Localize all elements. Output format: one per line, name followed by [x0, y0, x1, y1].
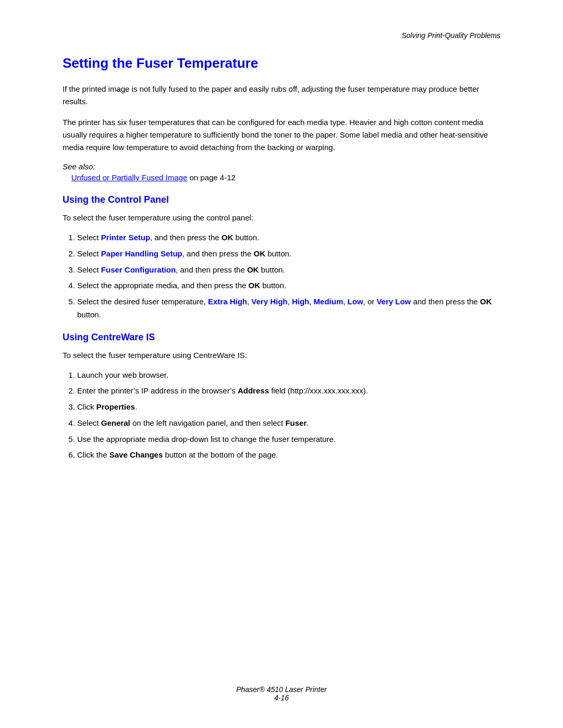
s1-step5-very-high: Very High	[251, 297, 287, 306]
s1-step1-part2: , and then press the	[150, 233, 222, 242]
s1-step3-fuser-config: Fuser Configuration	[101, 265, 176, 274]
s1-step5-ok: OK	[480, 297, 492, 306]
s1-step3-part2: , and then press the	[176, 265, 247, 274]
s1-step2-paper-handling: Paper Handling Setup	[101, 249, 182, 258]
footer: Phaser® 4510 Laser Printer 4-16	[0, 685, 563, 702]
section2-step-3: Click Properties.	[77, 401, 500, 414]
s2-step4-general: General	[101, 418, 130, 427]
section1-heading: Using the Control Panel	[63, 194, 500, 205]
section2-intro: To select the fuser temperature using Ce…	[63, 349, 500, 362]
s1-step1-part1: Select	[77, 233, 101, 242]
s1-step5-comma4: ,	[343, 297, 347, 306]
s1-step3-part1: Select	[77, 265, 101, 274]
s2-step3-part2: .	[135, 402, 137, 411]
section1-step-1: Select Printer Setup, and then press the…	[77, 231, 500, 244]
section1-step-5: Select the desired fuser temperature, Ex…	[77, 295, 500, 322]
see-also-label: See also:	[63, 162, 500, 171]
s1-step5-medium: Medium	[314, 297, 344, 306]
s1-step4-part2: button.	[260, 281, 286, 290]
see-also-link[interactable]: Unfused or Partially Fused Image	[71, 173, 188, 182]
s2-step3-properties: Properties	[96, 402, 135, 411]
s1-step5-part1: Select the desired fuser temperature,	[77, 297, 208, 306]
page-title: Setting the Fuser Temperature	[63, 55, 500, 71]
s2-step2-address: Address	[238, 386, 269, 395]
s1-step5-low: Low	[348, 297, 363, 306]
section1-intro: To select the fuser temperature using th…	[63, 212, 500, 224]
see-also-block: See also: Unfused or Partially Fused Ima…	[63, 162, 500, 182]
s1-step5-extra-high: Extra High	[208, 297, 247, 306]
s2-step6-save-changes: Save Changes	[109, 450, 163, 459]
s2-step6-part1: Click the	[77, 450, 109, 459]
s1-step1-ok: OK	[222, 233, 234, 242]
footer-line1: Phaser® 4510 Laser Printer	[0, 685, 563, 694]
section1-steps-list: Select Printer Setup, and then press the…	[77, 231, 500, 322]
header-right: Solving Print-Quality Problems	[63, 31, 500, 40]
s2-step4-part2: on the left navigation panel, and then s…	[130, 418, 286, 427]
s1-step5-part3: button.	[77, 310, 101, 319]
s2-step4-part1: Select	[77, 418, 101, 427]
s1-step3-ok: OK	[247, 265, 259, 274]
s2-step6-part2: button at the bottom of the page.	[163, 450, 278, 459]
see-also-link-line: Unfused or Partially Fused Image on page…	[63, 173, 500, 182]
s1-step5-comma3: ,	[309, 297, 313, 306]
section2-heading: Using CentreWare IS	[63, 332, 500, 343]
s1-step2-part3: button.	[265, 249, 291, 258]
see-also-link-suffix: on page 4-12	[187, 173, 236, 182]
s1-step1-part3: button.	[233, 233, 259, 242]
s2-step5-text: Use the appropriate media drop-down list…	[77, 435, 336, 443]
section2-step-4: Select General on the left navigation pa…	[77, 417, 500, 430]
s2-step3-part1: Click	[77, 402, 96, 411]
s2-step4-fuser: Fuser	[285, 418, 307, 427]
intro-paragraph-2: The printer has six fuser temperatures t…	[63, 116, 500, 154]
s2-step4-part3: .	[307, 418, 309, 427]
section1-step-2: Select Paper Handling Setup, and then pr…	[77, 248, 500, 261]
s1-step4-part1: Select the appropriate media, and then p…	[77, 281, 249, 290]
s2-step2-part1: Enter the printer’s IP address in the br…	[77, 386, 238, 395]
s1-step1-printer-setup: Printer Setup	[101, 233, 150, 242]
s2-step1-text: Launch your web browser.	[77, 371, 168, 379]
section2-step-1: Launch your web browser.	[77, 369, 500, 382]
s2-step2-part2: field (http://xxx.xxx.xxx.xxx).	[269, 386, 368, 395]
page-container: Solving Print-Quality Problems Setting t…	[0, 0, 563, 728]
s1-step4-ok: OK	[249, 281, 261, 290]
s1-step2-ok: OK	[253, 249, 265, 258]
s1-step2-part1: Select	[77, 249, 101, 258]
s1-step5-or: , or	[363, 297, 377, 306]
section2-steps-list: Launch your web browser. Enter the print…	[77, 369, 500, 462]
footer-line2: 4-16	[0, 694, 563, 702]
section1-step-4: Select the appropriate media, and then p…	[77, 279, 500, 292]
s1-step5-comma2: ,	[288, 297, 292, 306]
s1-step5-part2: and then press the	[411, 297, 480, 306]
section2-step-2: Enter the printer’s IP address in the br…	[77, 385, 500, 398]
s1-step3-part3: button.	[259, 265, 285, 274]
s1-step5-very-low: Very Low	[376, 297, 411, 306]
s1-step5-high: High	[292, 297, 309, 306]
intro-paragraph-1: If the printed image is not fully fused …	[63, 83, 500, 108]
s1-step2-part2: , and then press the	[182, 249, 254, 258]
section2-step-6: Click the Save Changes button at the bot…	[77, 449, 500, 462]
header-title: Solving Print-Quality Problems	[401, 31, 500, 40]
section1-step-3: Select Fuser Configuration, and then pre…	[77, 264, 500, 277]
section2-step-5: Use the appropriate media drop-down list…	[77, 433, 500, 446]
